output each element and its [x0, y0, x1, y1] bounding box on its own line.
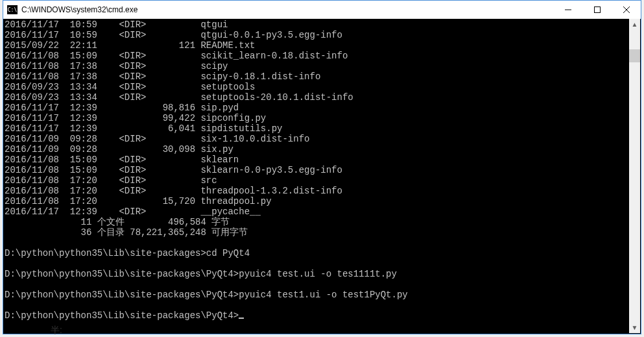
blank-line [5, 279, 641, 290]
dir-entry: 2016/09/23 13:34 <DIR> setuptools-20.10.… [5, 92, 641, 103]
blank-line [5, 238, 641, 248]
minimize-button[interactable] [553, 1, 582, 19]
dir-entry: 2016/11/08 17:38 <DIR> scipy-0.18.1.dist… [5, 71, 641, 82]
blank-line [5, 300, 641, 310]
svg-rect-1 [594, 7, 600, 13]
dir-entry: 2016/11/17 12:39 99,422 sipconfig.py [5, 113, 641, 123]
maximize-button[interactable] [582, 1, 612, 19]
dir-summary: 36 个目录 78,221,365,248 可用字节 [5, 227, 641, 238]
dir-entry: 2015/09/22 22:11 121 README.txt [5, 40, 641, 51]
terminal-area[interactable]: 2016/11/17 10:59 <DIR> qtgui2016/11/17 1… [3, 19, 641, 334]
scroll-thumb[interactable] [629, 49, 640, 62]
dir-entry: 2016/11/17 12:39 <DIR> __pycache__ [5, 206, 641, 217]
window-title: C:\WINDOWS\system32\cmd.exe [21, 5, 553, 14]
dir-entry: 2016/11/08 17:20 <DIR> threadpool-1.3.2.… [5, 186, 641, 196]
scroll-up-arrow[interactable]: ▲ [629, 19, 640, 30]
dir-summary: 11 个文件 496,584 字节 [5, 217, 641, 227]
prompt-line: D:\python\python35\Lib\site-packages\PyQ… [5, 310, 641, 321]
dir-entry: 2016/11/08 17:20 <DIR> src [5, 175, 641, 186]
dir-entry: 2016/11/17 10:59 <DIR> qtgui [5, 19, 641, 30]
dir-entry: 2016/11/08 15:09 <DIR> scikit_learn-0.18… [5, 51, 641, 61]
dir-entry: 2016/11/17 12:39 6,041 sipdistutils.py [5, 123, 641, 134]
dir-entry: 2016/11/17 12:39 98,816 sip.pyd [5, 103, 641, 113]
cursor [239, 318, 244, 319]
dir-entry: 2016/11/17 10:59 <DIR> qtgui-0.0.1-py3.5… [5, 30, 641, 40]
dir-entry: 2016/09/23 13:34 <DIR> setuptools [5, 82, 641, 92]
dir-entry: 2016/11/09 09:28 <DIR> six-1.10.0.dist-i… [5, 134, 641, 144]
dir-entry: 2016/11/08 17:38 <DIR> scipy [5, 61, 641, 71]
close-button[interactable] [612, 1, 641, 19]
scroll-down-arrow[interactable]: ▼ [629, 322, 640, 333]
ime-indicator: 半: [51, 325, 62, 336]
dir-entry: 2016/11/08 17:20 15,720 threadpool.py [5, 196, 641, 206]
dir-entry: 2016/11/08 15:09 <DIR> sklearn-0.0-py3.5… [5, 165, 641, 175]
prompt-line: D:\python\python35\Lib\site-packages\PyQ… [5, 269, 641, 279]
dir-entry: 2016/11/09 09:28 30,098 six.py [5, 144, 641, 155]
cmd-window: C:\ C:\WINDOWS\system32\cmd.exe 2016/11/… [3, 0, 641, 334]
prompt-line: D:\python\python35\Lib\site-packages\PyQ… [5, 290, 641, 300]
prompt-line: D:\python\python35\Lib\site-packages>cd … [5, 248, 641, 258]
blank-line [5, 258, 641, 269]
scroll-track[interactable] [629, 30, 640, 322]
dir-entry: 2016/11/08 15:09 <DIR> sklearn [5, 155, 641, 165]
vertical-scrollbar[interactable]: ▲ ▼ [629, 19, 640, 333]
cmd-icon: C:\ [7, 5, 18, 14]
titlebar[interactable]: C:\ C:\WINDOWS\system32\cmd.exe [3, 1, 641, 19]
